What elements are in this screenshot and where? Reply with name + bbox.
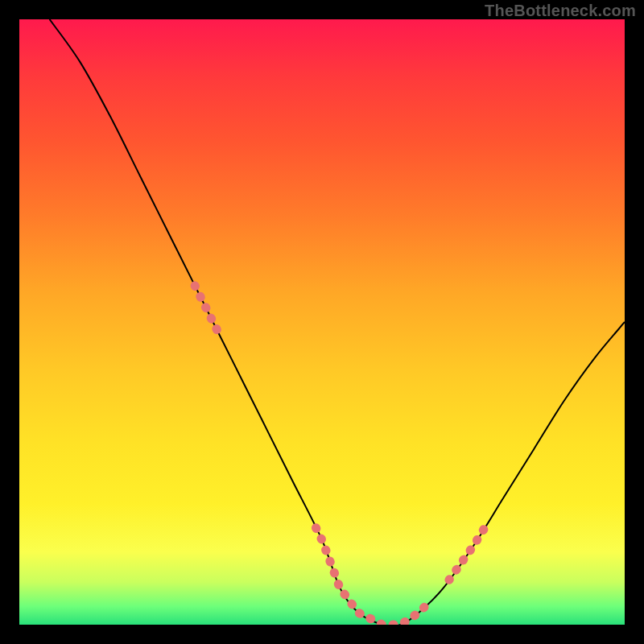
plot-area	[19, 19, 625, 625]
chart-frame: TheBottleneck.com	[0, 0, 644, 644]
curve-svg	[19, 19, 625, 625]
highlight-segments	[195, 286, 485, 625]
watermark-text: TheBottleneck.com	[485, 2, 636, 20]
curve-path	[50, 19, 625, 625]
highlight-segment	[316, 528, 431, 625]
bottleneck-curve	[50, 19, 625, 625]
highlight-segment	[195, 286, 219, 334]
